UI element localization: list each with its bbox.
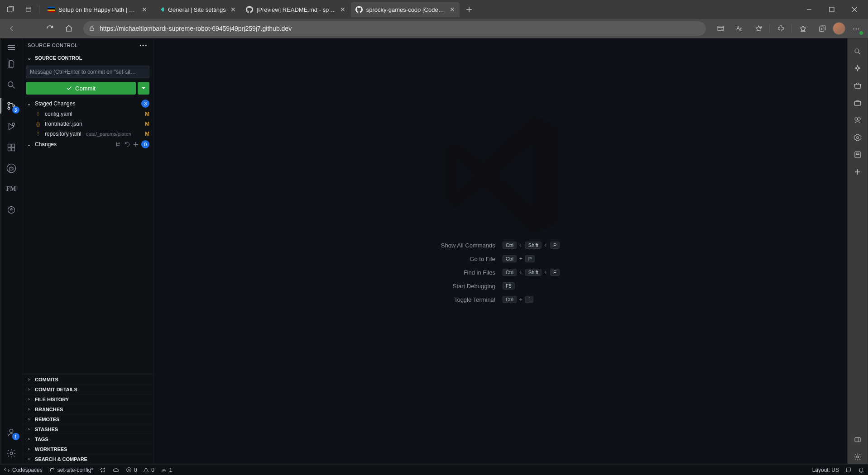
tab-close-icon[interactable]: ✕ <box>230 6 236 13</box>
tab-close-icon[interactable]: ✕ <box>142 6 147 13</box>
scm-badge: 3 <box>12 106 19 114</box>
problems-indicator[interactable]: 0 0 <box>126 467 154 473</box>
frontmatter-icon[interactable]: FM <box>0 179 22 200</box>
browser-tab[interactable]: [Preview] README.md - sprocky ✕ <box>241 2 350 17</box>
favorites-bar-icon[interactable] <box>795 21 811 36</box>
accounts-icon[interactable]: 1 <box>0 422 22 443</box>
extensions-panel-icon[interactable] <box>0 137 22 158</box>
file-name: repository.yaml <box>45 131 81 137</box>
read-aloud-icon[interactable]: A)) <box>731 21 748 36</box>
sync-indicator[interactable] <box>100 467 106 473</box>
sidebar-collapse-icon[interactable] <box>851 433 864 446</box>
new-tab-button[interactable] <box>462 3 476 16</box>
tab-actions-icon[interactable] <box>21 2 36 17</box>
source-control-icon[interactable]: 3 <box>0 95 22 116</box>
cmd-label: Toggle Terminal <box>441 296 495 303</box>
svg-point-23 <box>10 429 13 432</box>
panel-title: SOURCE CONTROL <box>28 43 78 48</box>
staged-count: 3 <box>141 100 149 108</box>
site-favicon-icon <box>157 6 164 13</box>
refresh-button[interactable] <box>42 21 58 36</box>
profile-avatar[interactable] <box>833 22 845 35</box>
github-favicon-icon <box>246 6 253 13</box>
tree-view-icon[interactable] <box>115 141 121 147</box>
branch-indicator[interactable]: set-site-config* <box>49 467 93 473</box>
minimize-button[interactable] <box>803 3 815 16</box>
accordion-tags[interactable]: ›TAGS <box>22 434 153 444</box>
scm-repo-header[interactable]: ⌄SOURCE CONTROL <box>22 52 153 64</box>
sidebar-games-icon[interactable] <box>851 114 864 127</box>
cloud-indicator[interactable] <box>112 467 120 473</box>
sidebar-add-icon[interactable] <box>851 165 864 179</box>
panel-more-icon[interactable]: ••• <box>139 43 148 48</box>
browser-tab[interactable]: General | Site settings ✕ <box>153 2 240 17</box>
svg-rect-17 <box>8 144 11 147</box>
svg-point-24 <box>10 452 13 455</box>
accordion-remotes[interactable]: ›REMOTES <box>22 414 153 424</box>
stage-all-icon[interactable] <box>133 142 139 147</box>
commit-button[interactable]: Commit <box>26 82 136 95</box>
back-button[interactable] <box>4 21 20 36</box>
sidebar-search-icon[interactable] <box>851 45 864 58</box>
sidebar-discover-icon[interactable] <box>851 62 864 76</box>
app-available-icon[interactable] <box>712 21 729 36</box>
accordion-file-history[interactable]: ›FILE HISTORY <box>22 394 153 404</box>
address-bar[interactable]: https://michaeltlombardi-supreme-robot-6… <box>83 21 706 36</box>
sidebar-settings-icon[interactable] <box>851 450 864 464</box>
svg-rect-2 <box>48 7 55 8</box>
workspaces-icon[interactable] <box>3 2 18 17</box>
tab-close-icon[interactable]: ✕ <box>450 6 455 13</box>
remote-indicator[interactable]: Codespaces <box>4 467 43 473</box>
accordion-stashes[interactable]: ›STASHES <box>22 424 153 434</box>
explorer-icon[interactable] <box>0 54 22 75</box>
chevron-right-icon: › <box>26 437 32 442</box>
accordion-branches[interactable]: ›BRANCHES <box>22 404 153 414</box>
cmd-label: Go to File <box>441 256 495 262</box>
commit-dropdown-button[interactable] <box>138 82 149 95</box>
accordion-search-compare[interactable]: ›SEARCH & COMPARE <box>22 454 153 464</box>
tab-close-icon[interactable]: ✕ <box>340 6 345 13</box>
svg-rect-5 <box>48 11 55 12</box>
commit-message-input[interactable] <box>26 66 149 78</box>
svg-point-27 <box>855 49 859 53</box>
accordion-worktrees[interactable]: ›WORKTREES <box>22 444 153 454</box>
discard-all-icon[interactable] <box>124 141 130 147</box>
sidebar-office-icon[interactable] <box>851 148 864 162</box>
accordion-commit-details[interactable]: ›COMMIT DETAILS <box>22 384 153 394</box>
search-icon[interactable] <box>0 75 22 95</box>
staged-file-row[interactable]: !config.yamlM <box>22 109 153 119</box>
live-share-icon[interactable] <box>0 200 22 220</box>
file-name: config.yaml <box>45 111 72 117</box>
github-panel-icon[interactable] <box>0 158 22 179</box>
chevron-right-icon: › <box>26 407 32 412</box>
staged-file-row[interactable]: !repository.yamldata/_params/platenM <box>22 129 153 139</box>
ports-indicator[interactable]: 1 <box>161 467 173 473</box>
staged-changes-header[interactable]: ⌄Staged Changes3 <box>22 98 153 109</box>
sidebar-performance-icon[interactable] <box>851 131 864 144</box>
layout-indicator[interactable]: Layout: US <box>812 467 839 473</box>
hamburger-menu-icon[interactable] <box>0 41 22 54</box>
browser-tab[interactable]: sprocky-games-coop [Codespac… ✕ <box>351 2 460 17</box>
menu-button[interactable]: ⋯ <box>848 21 864 36</box>
site-info-icon[interactable] <box>89 25 95 32</box>
notifications-icon[interactable] <box>858 467 864 473</box>
feedback-icon[interactable] <box>845 467 852 473</box>
run-debug-icon[interactable] <box>0 116 22 137</box>
file-icon: ! <box>35 131 41 137</box>
accordion-commits[interactable]: ›COMMITS <box>22 374 153 384</box>
maximize-button[interactable] <box>825 3 838 16</box>
sidebar-tools-icon[interactable] <box>851 96 864 110</box>
svg-point-12 <box>8 82 13 87</box>
extensions-icon[interactable] <box>772 21 789 36</box>
settings-gear-icon[interactable] <box>0 443 22 464</box>
browser-tab[interactable]: Setup on the Happy Path | Platen ✕ <box>43 2 152 17</box>
collections-icon[interactable] <box>814 21 830 36</box>
changes-header[interactable]: ⌄Changes 0 <box>22 139 153 150</box>
svg-point-13 <box>8 102 10 104</box>
close-window-button[interactable] <box>848 3 861 16</box>
favorite-icon[interactable] <box>750 21 767 36</box>
home-button[interactable] <box>61 21 77 36</box>
svg-point-38 <box>50 471 51 472</box>
sidebar-shopping-icon[interactable] <box>851 79 864 93</box>
staged-file-row[interactable]: {}frontmatter.jsonM <box>22 119 153 129</box>
